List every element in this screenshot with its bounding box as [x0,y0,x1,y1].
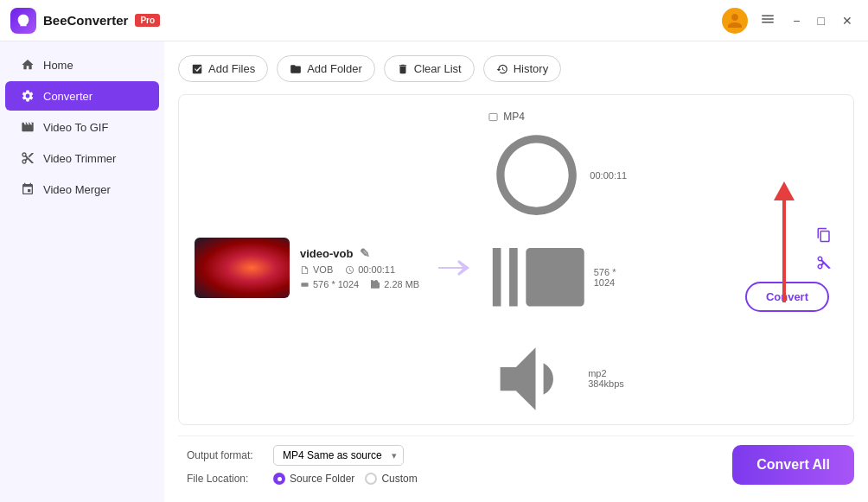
source-folder-label: Source Folder [290,473,354,485]
sidebar-item-video-merger[interactable]: Video Merger [5,175,159,204]
toolbar: Add Files Add Folder Clear List History [178,55,854,82]
scissors-icon-button[interactable] [814,252,834,273]
app-name: BeeConverter [43,13,128,28]
history-button[interactable]: History [483,55,561,82]
close-button[interactable]: ✕ [837,10,858,31]
format-select[interactable]: MP4 Same as source [273,445,404,466]
file-name-text: video-vob [300,247,353,260]
format-select-wrapper: MP4 Same as source [273,445,404,466]
title-bar: BeeConverter Pro − □ ✕ [0,0,868,41]
source-format: VOB [313,264,333,275]
file-thumbnail [195,238,290,298]
custom-radio-circle [365,473,377,485]
output-format-row: Output format: MP4 Same as source [187,445,715,466]
pro-badge: Pro [135,14,160,27]
user-avatar-button[interactable] [722,8,748,34]
sidebar-item-video-to-gif-label: Video To GIF [43,121,108,134]
output-duration-row: 00:00:11 [488,127,627,223]
convert-all-button[interactable]: Convert All [732,445,854,485]
add-files-button[interactable]: Add Files [178,55,268,82]
source-folder-radio[interactable]: Source Folder [273,473,354,485]
output-duration: 00:00:11 [590,170,627,181]
output-audio-row: mp2 384kbps [488,332,627,425]
output-format-label: Output format: [187,449,265,461]
sidebar: Home Converter Video To GIF Video Trimme… [0,41,164,502]
source-size-item: 2.28 MB [371,279,419,289]
output-resolution: 576 * 1024 [594,267,627,288]
file-item: video-vob ✎ VOB 00:00:11 [188,104,845,425]
file-location-row: File Location: Source Folder Custom [187,473,715,485]
file-location-label: File Location: [187,473,265,485]
output-audio: mp2 384kbps [588,368,627,389]
source-resolution: 576 * 1024 [313,279,359,289]
clear-list-label: Clear List [414,62,462,75]
sidebar-item-video-trimmer[interactable]: Video Trimmer [5,143,159,173]
output-format-text: MP4 [503,111,525,123]
sidebar-item-converter[interactable]: Converter [5,81,159,111]
source-folder-radio-circle [273,473,285,485]
source-resolution-item: 576 * 1024 [300,279,359,289]
convert-arrow [430,259,478,276]
sidebar-item-video-trimmer-label: Video Trimmer [43,152,116,165]
source-format-item: VOB [300,264,333,275]
sidebar-item-home[interactable]: Home [5,50,159,79]
minimize-button[interactable]: − [788,10,805,31]
edit-icon[interactable]: ✎ [360,246,370,260]
custom-radio[interactable]: Custom [365,473,417,485]
file-meta-format: VOB 00:00:11 [300,264,419,275]
output-resolution-row: 576 * 1024 [488,227,627,327]
source-duration: 00:00:11 [358,264,395,275]
clear-list-button[interactable]: Clear List [384,55,475,82]
sidebar-item-video-to-gif[interactable]: Video To GIF [5,112,159,142]
main-layout: Home Converter Video To GIF Video Trimme… [0,41,868,502]
bottom-bar: Output format: MP4 Same as source File L… [178,435,854,488]
history-label: History [514,62,548,75]
bottom-left: Output format: MP4 Same as source File L… [178,445,715,485]
output-format-row: MP4 [488,111,627,123]
sidebar-item-home-label: Home [43,59,73,72]
sidebar-item-video-merger-label: Video Merger [43,183,111,196]
file-output-info: MP4 00:00:11 576 * 1024 mp2 384kbps [488,111,627,425]
action-icons [814,225,834,273]
add-files-label: Add Files [208,62,255,75]
thumbnail-visual [195,238,290,298]
file-list: video-vob ✎ VOB 00:00:11 [178,94,854,425]
content-area: Add Files Add Folder Clear List History [164,41,868,502]
source-duration-item: 00:00:11 [345,264,395,275]
sidebar-item-converter-label: Converter [43,90,93,103]
radio-group: Source Folder Custom [273,473,418,485]
maximize-button[interactable]: □ [813,10,830,31]
source-size: 2.28 MB [384,279,419,289]
custom-label: Custom [381,473,417,485]
file-source-info: video-vob ✎ VOB 00:00:11 [300,246,419,289]
add-folder-button[interactable]: Add Folder [277,55,375,82]
file-name-row: video-vob ✎ [300,246,419,260]
svg-rect-0 [489,113,497,120]
convert-button[interactable]: Convert [745,282,829,312]
add-folder-label: Add Folder [307,62,362,75]
copy-icon-button[interactable] [814,225,834,245]
app-logo [10,8,36,34]
title-bar-controls: − □ ✕ [722,8,858,34]
menu-button[interactable] [755,8,781,33]
file-meta-size: 576 * 1024 2.28 MB [300,279,419,289]
